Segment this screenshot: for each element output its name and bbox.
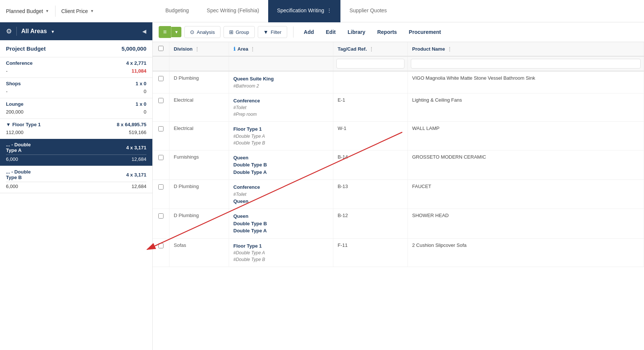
edit-btn[interactable]: Edit (321, 26, 340, 38)
planned-budget-chevron: ▼ (45, 9, 49, 13)
client-price-dropdown[interactable]: Client Price ▼ (61, 8, 94, 14)
sidebar-collapse-btn[interactable]: ◀ (142, 28, 146, 34)
row-product-cell: VIGO Magnolia White Matte Stone Vessel B… (407, 71, 644, 93)
sidebar-title[interactable]: All Areas ▼ (21, 28, 138, 35)
lounge-label: Lounge (6, 101, 23, 107)
double-type-a-right: 12,684 (131, 156, 146, 162)
tab-spec-writing-felishia[interactable]: Spec Writing (Felishia) (198, 0, 268, 22)
row-tag-cell: E-1 (333, 93, 407, 122)
filter-btn[interactable]: ▼ Filter (258, 26, 287, 38)
table-header-row: Division ⋮ ℹ Area ⋮ (153, 42, 644, 56)
row-3-checkbox[interactable] (158, 155, 164, 160)
tag-search-input[interactable] (336, 59, 405, 69)
shops-row[interactable]: Shops 1 x 0 (0, 78, 152, 88)
tab-supplier-quotes[interactable]: Supplier Quotes (340, 0, 396, 22)
conference-row[interactable]: Conference 4 x 2,771 (0, 57, 152, 67)
product-search-wrap: 🔍 (411, 59, 641, 69)
library-btn[interactable]: Library (343, 26, 369, 38)
analysis-btn[interactable]: ⊙ Analysis (184, 26, 220, 38)
product-name-col-label: Product Name (412, 46, 445, 52)
list-view-dropdown-btn[interactable]: ▼ (171, 27, 181, 37)
shops-section: Shops 1 x 0 - 0 (0, 78, 152, 98)
add-btn[interactable]: Add (299, 26, 318, 38)
row-area-cell: QueenDouble Type BDouble Type A (229, 150, 333, 180)
gear-icon[interactable]: ⚙ (6, 27, 12, 35)
division-col-label: Division (174, 46, 193, 52)
table-row: D PlumbingConference#ToiletQueenB-13FAUC… (153, 180, 644, 209)
double-type-b-item[interactable]: ... - DoubleType B 4 x 3,171 6,000 12,68… (0, 166, 152, 193)
tab-budgeting[interactable]: Budgeting (156, 0, 198, 22)
tab-specification-writing[interactable]: Specification Writing ⋮ (268, 0, 341, 22)
col-area: ℹ Area ⋮ (229, 42, 333, 56)
product-name-col-drag[interactable]: ⋮ (447, 47, 452, 52)
reports-btn[interactable]: Reports (373, 26, 402, 38)
sidebar: ⚙ All Areas ▼ ◀ Project Budget 5,000,000 (0, 22, 153, 350)
row-area-cell: Conference#ToiletQueen (229, 180, 333, 209)
area-col-label: Area (238, 46, 248, 52)
row-division-cell: Electrical (169, 122, 229, 150)
analysis-icon: ⊙ (190, 29, 194, 35)
procurement-btn[interactable]: Procurement (405, 26, 445, 38)
project-budget-row: Project Budget 5,000,000 (0, 40, 152, 57)
conference-sub: - 11,084 (0, 67, 152, 77)
search-row: 🔍 🔍 (153, 56, 644, 71)
list-view-btn-group: ≡ ▼ (159, 26, 181, 38)
double-type-a-label: ... - DoubleType A (6, 142, 31, 153)
project-budget-label: Project Budget (6, 45, 46, 52)
tag-cad-ref-col-label: Tag/Cad Ref. (338, 46, 367, 52)
search-tag-col: 🔍 (333, 56, 407, 71)
search-checkbox-col (153, 56, 169, 71)
row-6-checkbox[interactable] (158, 243, 164, 248)
row-tag-cell: B-13 (333, 180, 407, 209)
row-5-checkbox[interactable] (158, 213, 164, 219)
double-type-b-right: 12,684 (131, 184, 146, 189)
row-product-cell: GROSSETO MODERN CERAMIC (407, 150, 644, 180)
lounge-row[interactable]: Lounge 1 x 0 (0, 98, 152, 108)
row-checkbox-cell (153, 209, 169, 239)
tag-search-wrap: 🔍 (336, 59, 405, 69)
table-row: FurnishingsQueenDouble Type BDouble Type… (153, 150, 644, 180)
group-btn[interactable]: ⊞ Group (223, 26, 255, 38)
floor-type-top-value: 8 x 64,895.75 (117, 122, 146, 127)
conference-value: 11,084 (131, 68, 146, 74)
area-col-drag[interactable]: ⋮ (250, 47, 255, 52)
row-0-checkbox[interactable] (158, 76, 164, 81)
row-product-cell: SHOWER HEAD (407, 209, 644, 239)
row-2-checkbox[interactable] (158, 126, 164, 131)
search-area-col (229, 56, 333, 71)
double-type-b-top-value: 4 x 3,171 (126, 172, 146, 178)
table-row: ElectricalConference#Toilet#Prep roomE-1… (153, 93, 644, 122)
division-col-drag[interactable]: ⋮ (195, 47, 199, 52)
project-budget-value: 5,000,000 (121, 45, 146, 52)
product-search-input[interactable] (411, 59, 641, 69)
tabs-area: Budgeting Spec Writing (Felishia) Specif… (156, 0, 644, 22)
row-division-cell: D Plumbing (169, 71, 229, 93)
row-area-cell: Queen Suite King#Bathroom 2 (229, 71, 333, 93)
lounge-section: Lounge 1 x 0 200,000 0 (0, 98, 152, 119)
double-type-a-item[interactable]: ... - DoubleType A 4 x 3,171 6,000 12,68… (0, 139, 152, 166)
select-all-checkbox[interactable] (158, 46, 164, 51)
planned-budget-dropdown[interactable]: Planned Budget ▼ (6, 8, 49, 14)
col-checkbox (153, 42, 169, 56)
tag-cad-ref-col-drag[interactable]: ⋮ (369, 47, 374, 52)
floor-type-right: 519,166 (129, 130, 146, 135)
row-tag-cell: B-12 (333, 209, 407, 239)
floor-type-section: ▼ Floor Type 1 8 x 64,895.75 112,000 519… (0, 119, 152, 193)
row-checkbox-cell (153, 238, 169, 267)
row-4-checkbox[interactable] (158, 184, 164, 190)
floor-type-sub: 112,000 519,166 (0, 129, 152, 139)
row-area-cell: Floor Type 1#Double Type A#Double Type B (229, 122, 333, 150)
row-tag-cell: F-11 (333, 238, 407, 267)
search-product-col: 🔍 (407, 56, 644, 71)
floor-type-header[interactable]: ▼ Floor Type 1 8 x 64,895.75 (0, 119, 152, 129)
row-checkbox-cell (153, 122, 169, 150)
list-view-btn[interactable]: ≡ (159, 26, 171, 38)
planned-budget-label: Planned Budget (6, 8, 43, 14)
double-type-a-top-value: 4 x 3,171 (126, 145, 146, 150)
all-areas-chevron: ▼ (51, 29, 55, 34)
shops-value: 0 (144, 89, 146, 94)
row-1-checkbox[interactable] (158, 98, 164, 103)
floor-type-label: Floor Type 1 (12, 122, 41, 127)
row-product-cell: Lighting & Ceiling Fans (407, 93, 644, 122)
double-type-a-left: 6,000 (6, 156, 18, 162)
